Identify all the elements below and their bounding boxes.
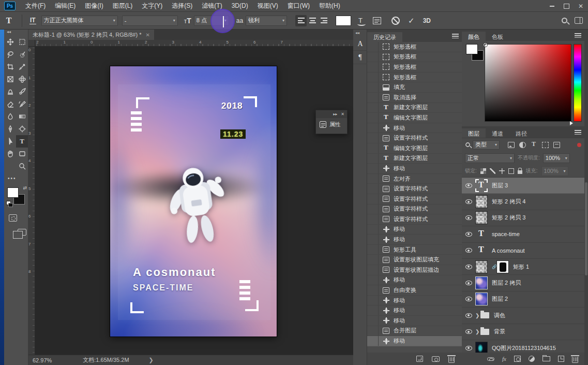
history-row[interactable]: 新建文字图层 xyxy=(367,154,462,164)
history-source-checkbox[interactable] xyxy=(367,184,379,194)
foreground-color-swatch[interactable] xyxy=(7,187,19,198)
history-panel-tab[interactable]: 历史记录 xyxy=(367,32,402,42)
horizontal-ruler[interactable]: 2101234567 xyxy=(35,40,353,47)
layer-visibility-toggle[interactable] xyxy=(462,248,475,253)
canvas-poster[interactable]: 2018 11.23 A cosmonaut xyxy=(110,66,277,337)
history-row[interactable]: 取消选择 xyxy=(367,93,462,103)
layer-name[interactable]: 矩形 2 拷贝 3 xyxy=(492,214,525,222)
commit-edits-icon[interactable]: ✓ xyxy=(408,16,415,25)
new-document-from-state-icon[interactable] xyxy=(416,356,423,362)
layer-thumbnail[interactable] xyxy=(475,228,488,241)
type-tool-button[interactable]: T xyxy=(16,135,28,148)
layer-thumbnail[interactable] xyxy=(475,260,488,273)
font-style-select[interactable]: -▾ xyxy=(122,16,178,26)
panel-close-icon[interactable]: ✕ xyxy=(341,112,344,116)
filter-pixel-layers-icon[interactable] xyxy=(508,142,515,148)
screen-mode-button[interactable] xyxy=(18,229,26,236)
group-chevron-icon[interactable]: ❯ xyxy=(475,329,480,334)
history-row[interactable]: 设置字符样式 xyxy=(367,184,462,194)
quick-selection-tool-button[interactable] xyxy=(16,48,28,61)
zoom-level-field[interactable]: 62.97% xyxy=(28,357,58,363)
history-row[interactable]: 设置形状图层填充 xyxy=(367,255,462,265)
ruler-corner[interactable] xyxy=(28,40,35,47)
fg-bg-swatches[interactable]: ⇄ xyxy=(7,187,26,206)
hand-tool-button[interactable] xyxy=(4,148,16,160)
history-source-checkbox[interactable] xyxy=(367,62,379,72)
history-source-checkbox[interactable] xyxy=(367,265,379,275)
vertical-ruler[interactable]: 012345678 xyxy=(28,47,35,355)
toolbar-more-icon[interactable]: ••• xyxy=(4,172,28,182)
history-source-checkbox[interactable] xyxy=(367,194,379,204)
menu-item[interactable]: 文字(Y) xyxy=(137,0,167,12)
layer-visibility-toggle[interactable] xyxy=(462,265,475,269)
add-mask-icon[interactable] xyxy=(514,356,521,362)
panel-menu-icon[interactable] xyxy=(452,34,459,38)
history-source-checkbox[interactable] xyxy=(367,52,379,62)
paragraph-panel-icon[interactable]: ¶ xyxy=(353,51,367,64)
layer-row[interactable]: ❯ 🔗 图层 2 xyxy=(462,291,584,308)
filter-shape-layers-icon[interactable] xyxy=(542,142,549,148)
layer-name[interactable]: space-time xyxy=(492,231,520,237)
history-source-checkbox[interactable] xyxy=(367,103,379,113)
gradient-tool-button[interactable] xyxy=(16,110,28,123)
frame-tool-button[interactable] xyxy=(4,73,16,85)
ps-logo-icon[interactable]: Ps xyxy=(4,2,16,10)
layer-mask-thumbnail[interactable] xyxy=(496,260,509,273)
lock-transparency-icon[interactable] xyxy=(480,168,486,174)
history-row[interactable]: 编辑文字图层 xyxy=(367,113,462,123)
history-source-checkbox[interactable] xyxy=(367,42,379,52)
layer-thumbnail[interactable] xyxy=(475,195,488,208)
history-row[interactable]: 矩形工具 xyxy=(367,245,462,255)
history-source-checkbox[interactable] xyxy=(367,113,379,123)
text-orientation-icon[interactable]: IT xyxy=(29,17,36,24)
history-row[interactable]: 设置字符样式 xyxy=(367,194,462,205)
history-row[interactable]: 矩形选框 xyxy=(367,52,462,63)
layer-thumbnail[interactable] xyxy=(475,293,488,305)
layer-visibility-toggle[interactable] xyxy=(462,297,475,301)
history-row[interactable]: 设置形状图层描边 xyxy=(367,265,462,275)
default-colors-icon[interactable] xyxy=(6,201,11,205)
dodge-tool-button[interactable] xyxy=(16,123,28,135)
lock-artboard-icon[interactable] xyxy=(508,168,514,174)
history-row[interactable]: 设置字符样式 xyxy=(367,133,462,143)
lasso-tool-button[interactable] xyxy=(4,48,16,61)
new-layer-icon[interactable] xyxy=(558,356,564,362)
lock-all-icon[interactable] xyxy=(518,170,522,174)
toolbar-collapse-icon[interactable]: ◂◂ xyxy=(4,30,28,36)
saturation-brightness-field[interactable] xyxy=(485,44,571,122)
fill-select[interactable]: 100%▾ xyxy=(541,166,568,176)
document-tab[interactable]: 未标题-1 @ 63% (矩形 2 拷贝 4, RGB/8#) * ✕ xyxy=(28,30,154,40)
panel-menu-icon[interactable] xyxy=(575,130,581,135)
history-row[interactable]: 移动 xyxy=(367,305,462,316)
eraser-tool-button[interactable] xyxy=(4,98,16,110)
layer-name[interactable]: 图层 2 xyxy=(492,295,508,303)
menu-item[interactable]: 窗口(W) xyxy=(283,0,314,12)
layer-name[interactable]: 图层 3 xyxy=(492,182,508,189)
history-source-checkbox[interactable] xyxy=(367,164,379,173)
history-source-checkbox[interactable] xyxy=(367,255,379,265)
history-source-checkbox[interactable] xyxy=(367,305,379,315)
history-row[interactable]: 移动 xyxy=(367,235,462,245)
app-scrollbar[interactable] xyxy=(584,30,588,365)
history-source-checkbox[interactable] xyxy=(367,82,379,92)
history-row[interactable]: 设置字符样式 xyxy=(367,205,462,215)
hue-slider-marker[interactable] xyxy=(570,121,573,125)
history-row[interactable]: 左对齐 xyxy=(367,174,462,184)
menu-item[interactable]: 滤镜(T) xyxy=(197,0,227,12)
blur-tool-button[interactable] xyxy=(4,110,16,123)
layer-visibility-toggle[interactable] xyxy=(462,232,475,237)
layer-visibility-toggle[interactable] xyxy=(462,199,475,204)
menu-item[interactable]: 图像(I) xyxy=(80,0,108,12)
link-layers-icon[interactable] xyxy=(487,357,494,361)
history-source-checkbox[interactable] xyxy=(367,245,379,255)
cancel-edits-icon[interactable] xyxy=(391,17,400,25)
clone-stamp-tool-button[interactable] xyxy=(4,85,16,98)
character-panel-icon[interactable]: A xyxy=(353,37,367,51)
history-row[interactable]: 合并图层 xyxy=(367,326,462,337)
color-picker-marker[interactable] xyxy=(484,43,487,47)
font-size-select[interactable]: 8 点▾ xyxy=(194,16,229,26)
marquee-tool-button[interactable] xyxy=(16,36,28,48)
layer-name[interactable]: 调色 xyxy=(494,312,505,319)
layer-thumbnail[interactable] xyxy=(475,244,488,257)
align-right-button[interactable] xyxy=(318,15,329,26)
